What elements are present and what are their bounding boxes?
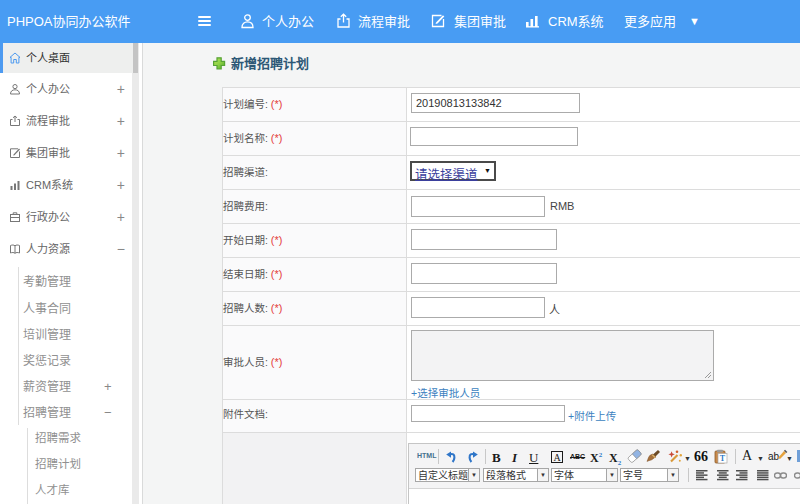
- svg-text:T: T: [720, 454, 726, 463]
